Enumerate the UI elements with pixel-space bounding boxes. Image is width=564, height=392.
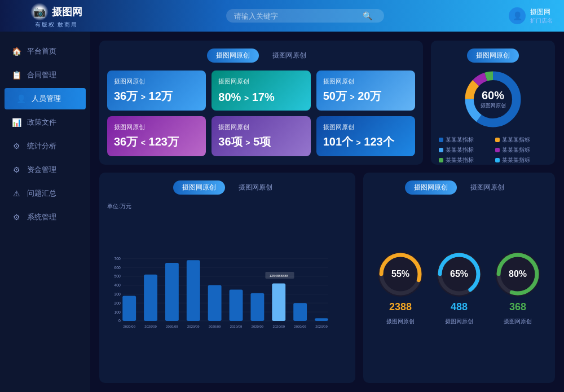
- circles-tabs: 摄图网原创 摄图网原创: [371, 180, 547, 195]
- stat-value-4: 36项 > 5项: [218, 134, 303, 149]
- stats-icon: ⚙: [11, 142, 21, 151]
- sidebar-item-finance[interactable]: ⚙ 资金管理: [0, 159, 90, 180]
- stat-value-1: 80% > 17%: [218, 91, 303, 104]
- stat-label-5: 摄图网原创: [323, 123, 408, 131]
- circle-percent-1: 65%: [450, 269, 468, 279]
- svg-text:0: 0: [118, 319, 121, 323]
- system-icon: ⚙: [11, 213, 21, 222]
- svg-text:1254888888: 1254888888: [270, 274, 289, 278]
- circle-percent-0: 55%: [391, 269, 409, 279]
- chart-tab-1[interactable]: 摄图网原创: [230, 180, 281, 195]
- sidebar-item-staff[interactable]: 👤 人员管理: [5, 88, 86, 109]
- search-input[interactable]: [234, 12, 358, 20]
- stats-panel: 摄图网原创 摄图网原创 摄图网原创 36万 > 12万 摄图网原创 80% > …: [99, 41, 423, 165]
- sidebar-label-system: 系统管理: [27, 212, 56, 222]
- sidebar-label-home: 平台首页: [27, 46, 56, 56]
- stat-card-5: 摄图网原创 101个 > 123个: [316, 116, 415, 156]
- sidebar-label-contract: 合同管理: [27, 70, 56, 80]
- sidebar-label-stats: 统计分析: [27, 141, 56, 151]
- stat-card-3: 摄图网原创 36万 < 123万: [107, 116, 206, 156]
- chart-unit: 单位:万元: [107, 202, 347, 210]
- logo-icon: 📷: [30, 3, 49, 21]
- stat-label-2: 摄图网原创: [323, 77, 408, 86]
- legend-item: 某某某指标: [495, 156, 547, 164]
- svg-text:100: 100: [114, 310, 121, 314]
- sidebar-item-system[interactable]: ⚙ 系统管理: [0, 206, 90, 228]
- contract-icon: 📋: [11, 71, 21, 80]
- sidebar-label-finance: 资金管理: [27, 165, 56, 175]
- legend-item: 某某某指标: [439, 146, 491, 154]
- svg-text:200: 200: [114, 301, 121, 305]
- sidebar-item-home[interactable]: 🏠 平台首页: [0, 41, 90, 62]
- circle-name-0: 摄图网原创: [386, 318, 415, 325]
- circle-item-1: 65% 488 摄图网原创: [437, 252, 482, 325]
- legend-grid: 某某某指标某某某指标某某某指标某某某指标某某某指标某某某指标: [439, 136, 547, 164]
- sidebar-item-stats[interactable]: ⚙ 统计分析: [0, 135, 90, 157]
- stat-value-0: 36万 > 12万: [114, 89, 199, 104]
- stat-value-2: 50万 > 20万: [323, 89, 408, 104]
- sidebar: 🏠 平台首页 📋 合同管理 👤 人员管理 📊 政策文件 ⚙ 统计分析 ⚙ 资金管…: [0, 32, 90, 392]
- stat-label-0: 摄图网原创: [114, 77, 199, 86]
- finance-icon: ⚙: [11, 165, 21, 174]
- bottom-section: 摄图网原创 摄图网原创 单位:万元 7006005004003002001000…: [99, 173, 555, 383]
- circle-item-0: 55% 2388 摄图网原创: [378, 252, 423, 325]
- donut-tab[interactable]: 摄图网原创: [467, 49, 519, 63]
- svg-rect-28: [187, 260, 200, 321]
- stats-tabs: 摄图网原创 摄图网原创: [107, 49, 415, 63]
- issues-icon: ⚠: [11, 189, 21, 198]
- logo-sub: 有版权 敢商用: [35, 21, 78, 29]
- circle-number-0: 2388: [389, 301, 412, 313]
- circles-container: 55% 2388 摄图网原创 65% 488 摄图网原创 80%: [371, 202, 547, 375]
- search-box: 🔍: [102, 9, 509, 23]
- svg-rect-30: [208, 285, 222, 321]
- stats-tab-1[interactable]: 摄图网原创: [263, 49, 315, 63]
- user-name: 摄图网: [530, 7, 553, 17]
- search-icon[interactable]: 🔍: [363, 11, 372, 20]
- top-section: 摄图网原创 摄图网原创 摄图网原创 36万 > 12万 摄图网原创 80% > …: [99, 41, 555, 165]
- sidebar-label-issues: 问题汇总: [27, 188, 56, 199]
- circle-percent-2: 80%: [509, 269, 527, 279]
- svg-text:300: 300: [114, 292, 121, 296]
- stat-label-3: 摄图网原创: [114, 123, 199, 131]
- stats-tab-0[interactable]: 摄图网原创: [207, 49, 259, 63]
- stats-grid: 摄图网原创 36万 > 12万 摄图网原创 80% > 17% 摄图网原创 50…: [107, 71, 415, 156]
- circle-name-1: 摄图网原创: [445, 318, 473, 325]
- stat-label-4: 摄图网原创: [218, 123, 303, 131]
- policy-icon: 📊: [11, 118, 21, 127]
- circles-panel: 摄图网原创 摄图网原创 55% 2388 摄图网原创 65%: [363, 173, 555, 383]
- svg-text:600: 600: [114, 266, 121, 270]
- circle-number-2: 368: [509, 301, 526, 313]
- stat-label-1: 摄图网原创: [218, 77, 303, 86]
- sidebar-item-issues[interactable]: ⚠ 问题汇总: [0, 183, 90, 204]
- donut-chart: 60% 摄图网原创: [439, 68, 547, 130]
- svg-text:2020/09: 2020/09: [187, 325, 200, 328]
- donut-tabs: 摄图网原创: [439, 49, 547, 63]
- donut-percent: 60%: [481, 89, 506, 102]
- sidebar-item-contract[interactable]: 📋 合同管理: [0, 64, 90, 86]
- sidebar-item-policy[interactable]: 📊 政策文件: [0, 112, 90, 133]
- svg-text:2020/09: 2020/09: [230, 325, 243, 328]
- stat-value-5: 101个 > 123个: [323, 134, 408, 149]
- svg-rect-36: [272, 283, 285, 320]
- circle-name-2: 摄图网原创: [504, 318, 532, 325]
- svg-text:2020/09: 2020/09: [144, 325, 157, 328]
- svg-text:2020/09: 2020/09: [272, 325, 285, 328]
- svg-text:2020/09: 2020/09: [209, 325, 221, 328]
- logo-text: 摄图网: [52, 5, 82, 19]
- stat-card-2: 摄图网原创 50万 > 20万: [316, 71, 415, 111]
- chart-tabs: 摄图网原创 摄图网原创: [107, 180, 347, 195]
- svg-rect-26: [165, 263, 179, 321]
- chart-tab-0[interactable]: 摄图网原创: [173, 180, 225, 195]
- legend-item: 某某某指标: [439, 156, 491, 164]
- svg-rect-38: [293, 303, 307, 321]
- circles-tab-0[interactable]: 摄图网原创: [405, 180, 457, 195]
- donut-panel: 摄图网原创 60% 摄图网原创 某某某指标某某某指标某某某指标某某某指标某某某指…: [431, 41, 555, 165]
- user-sub: 扩门店名: [530, 17, 553, 25]
- legend-item: 某某某指标: [495, 146, 547, 154]
- svg-text:400: 400: [114, 283, 121, 287]
- svg-rect-24: [144, 275, 157, 321]
- stat-value-3: 36万 < 123万: [114, 134, 199, 149]
- circles-tab-1[interactable]: 摄图网原创: [461, 180, 513, 195]
- legend-item: 某某某指标: [495, 136, 547, 144]
- chart-panel: 摄图网原创 摄图网原创 单位:万元 7006005004003002001000…: [99, 173, 355, 383]
